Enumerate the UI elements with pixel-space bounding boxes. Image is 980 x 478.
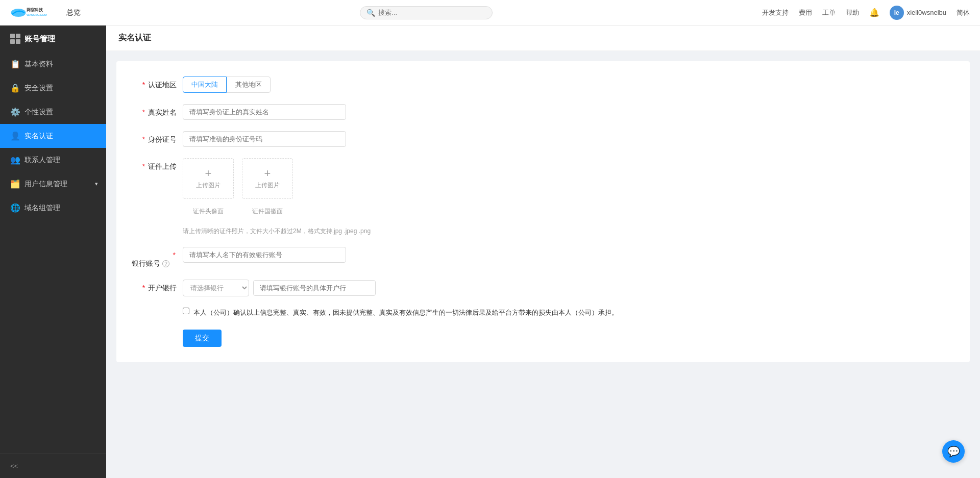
info-icon[interactable]: ? bbox=[162, 260, 169, 267]
sidebar-item-domain-group[interactable]: 🌐 域名组管理 bbox=[0, 196, 106, 220]
agreement-row: 本人（公司）确认以上信息完整、真实、有效，因未提供完整、真实及有效信息产生的一切… bbox=[183, 308, 954, 318]
profile-icon: 📋 bbox=[10, 59, 20, 69]
upload-area: + 上传图片 + 上传图片 证件头像面 证件国徽面 请上 bbox=[183, 158, 954, 236]
bank-account-content bbox=[183, 247, 954, 263]
dev-support-link[interactable]: 开发支持 bbox=[762, 8, 789, 17]
contacts-icon: 👥 bbox=[10, 155, 20, 165]
search-area: 🔍 bbox=[91, 6, 762, 19]
submit-area: 提交 bbox=[132, 330, 954, 347]
upload-front-label: 上传图片 bbox=[196, 181, 220, 190]
upload-boxes: + 上传图片 + 上传图片 bbox=[183, 158, 954, 199]
required-marker: * bbox=[142, 284, 145, 292]
bank-account-row: * 银行账号 ? bbox=[132, 247, 954, 268]
sidebar-item-label: 基本资料 bbox=[24, 60, 53, 69]
user-icon: 👤 bbox=[10, 131, 20, 141]
sidebar-item-basic-profile[interactable]: 📋 基本资料 bbox=[0, 52, 106, 76]
svg-text:WANGSU.COM: WANGSU.COM bbox=[27, 13, 47, 16]
required-marker: * bbox=[142, 135, 145, 143]
notification-bell-icon[interactable]: 🔔 bbox=[869, 8, 879, 17]
submit-button[interactable]: 提交 bbox=[183, 330, 222, 347]
avatar: Ie bbox=[890, 6, 904, 20]
grid-icon bbox=[10, 34, 20, 44]
required-marker: * bbox=[173, 251, 176, 259]
sidebar-item-label: 域名组管理 bbox=[24, 204, 60, 213]
logo-icon: 网宿科技 WANGSU.COM bbox=[10, 5, 51, 21]
plus-icon: + bbox=[205, 168, 212, 179]
upload-front-box[interactable]: + 上传图片 bbox=[183, 158, 234, 199]
billing-link[interactable]: 费用 bbox=[799, 8, 812, 17]
help-link[interactable]: 帮助 bbox=[846, 8, 859, 17]
sidebar: 账号管理 📋 基本资料 🔒 安全设置 ⚙️ 个性设置 👤 实名认证 👥 联系人管… bbox=[0, 26, 106, 478]
settings-icon: ⚙️ bbox=[10, 107, 20, 117]
bank-name-row: * 开户银行 请选择银行 bbox=[132, 280, 954, 296]
sidebar-item-contacts[interactable]: 👥 联系人管理 bbox=[0, 148, 106, 172]
security-icon: 🔒 bbox=[10, 83, 20, 93]
bank-name-content: 请选择银行 bbox=[183, 280, 954, 296]
bank-row: 请选择银行 bbox=[183, 280, 954, 296]
real-name-label: * 真实姓名 bbox=[132, 104, 183, 117]
sidebar-item-real-name[interactable]: 👤 实名认证 bbox=[0, 124, 106, 148]
bank-account-input[interactable] bbox=[183, 247, 346, 263]
cert-front-caption: 证件头像面 bbox=[183, 207, 234, 216]
agreement-checkbox[interactable] bbox=[183, 308, 189, 314]
sidebar-item-label: 安全设置 bbox=[24, 84, 53, 93]
bank-detail-input[interactable] bbox=[253, 280, 376, 296]
sidebar-section-title: 账号管理 bbox=[24, 34, 55, 44]
sidebar-item-user-info[interactable]: 🗂️ 用户信息管理 ▾ bbox=[0, 172, 106, 196]
sidebar-item-label: 用户信息管理 bbox=[24, 180, 67, 189]
page-title: 实名认证 bbox=[106, 26, 980, 51]
plus-icon: + bbox=[264, 168, 271, 179]
workorder-link[interactable]: 工单 bbox=[822, 8, 836, 17]
bank-name-label: * 开户银行 bbox=[132, 280, 183, 293]
cert-back-caption: 证件国徽面 bbox=[242, 207, 293, 216]
upload-hint: 请上传清晰的证件照片，文件大小不超过2M，格式支持.jpg .jpeg .png bbox=[183, 227, 954, 236]
svg-text:网宿科技: 网宿科技 bbox=[27, 7, 43, 12]
content-area: 实名认证 * 认证地区 中国大陆 其他地区 * 真实 bbox=[106, 26, 980, 478]
real-name-row: * 真实姓名 bbox=[132, 104, 954, 120]
sidebar-item-label: 实名认证 bbox=[24, 132, 53, 141]
region-buttons: 中国大陆 其他地区 bbox=[183, 77, 954, 93]
real-name-input[interactable] bbox=[183, 104, 346, 120]
cert-upload-label: * 证件上传 bbox=[132, 158, 183, 171]
required-marker: * bbox=[142, 108, 145, 116]
lang-switcher[interactable]: 简体 bbox=[957, 8, 970, 17]
region-row: * 认证地区 中国大陆 其他地区 bbox=[132, 77, 954, 93]
region-content: 中国大陆 其他地区 bbox=[183, 77, 954, 93]
sidebar-item-personalization[interactable]: ⚙️ 个性设置 bbox=[0, 100, 106, 124]
bank-account-label: * 银行账号 ? bbox=[132, 247, 183, 268]
form-card: * 认证地区 中国大陆 其他地区 * 真实姓名 bbox=[116, 61, 970, 362]
sidebar-item-label: 个性设置 bbox=[24, 108, 53, 117]
region-label: * 认证地区 bbox=[132, 77, 183, 90]
logo-area[interactable]: 网宿科技 WANGSU.COM bbox=[10, 5, 51, 21]
cert-upload-row: * 证件上传 + 上传图片 + 上传图片 bbox=[132, 158, 954, 236]
required-marker: * bbox=[142, 81, 145, 89]
nav-overview[interactable]: 总览 bbox=[66, 8, 81, 17]
sidebar-item-label: 联系人管理 bbox=[24, 156, 60, 165]
chat-icon: 💬 bbox=[947, 445, 960, 458]
domain-icon: 🌐 bbox=[10, 203, 20, 213]
userinfo-icon: 🗂️ bbox=[10, 179, 20, 189]
upload-back-box[interactable]: + 上传图片 bbox=[242, 158, 293, 199]
upload-back-label: 上传图片 bbox=[255, 181, 280, 190]
bank-select[interactable]: 请选择银行 bbox=[183, 280, 249, 296]
id-number-input[interactable] bbox=[183, 131, 346, 147]
sidebar-header: 账号管理 bbox=[0, 26, 106, 52]
top-navigation: 网宿科技 WANGSU.COM 总览 🔍 开发支持 费用 工单 帮助 🔔 Ie … bbox=[0, 0, 980, 26]
real-name-content bbox=[183, 104, 954, 120]
region-other-button[interactable]: 其他地区 bbox=[227, 77, 271, 93]
region-mainland-button[interactable]: 中国大陆 bbox=[183, 77, 227, 93]
search-input[interactable] bbox=[378, 9, 480, 16]
sidebar-collapse-button[interactable]: << bbox=[0, 454, 106, 478]
chat-button[interactable]: 💬 bbox=[942, 440, 965, 463]
required-marker: * bbox=[142, 162, 145, 170]
expand-arrow-icon: ▾ bbox=[95, 181, 98, 187]
sidebar-item-security[interactable]: 🔒 安全设置 bbox=[0, 76, 106, 100]
username-label: xiell0wsneibu bbox=[907, 9, 946, 16]
cert-upload-content: + 上传图片 + 上传图片 证件头像面 证件国徽面 请上 bbox=[183, 158, 954, 236]
main-layout: 账号管理 📋 基本资料 🔒 安全设置 ⚙️ 个性设置 👤 实名认证 👥 联系人管… bbox=[0, 26, 980, 478]
sidebar-menu: 📋 基本资料 🔒 安全设置 ⚙️ 个性设置 👤 实名认证 👥 联系人管理 🗂️ bbox=[0, 52, 106, 454]
bank-label-extra: 银行账号 ? bbox=[132, 259, 177, 268]
search-box: 🔍 bbox=[360, 6, 493, 19]
upload-captions: 证件头像面 证件国徽面 bbox=[183, 207, 954, 216]
user-info[interactable]: Ie xiell0wsneibu bbox=[890, 6, 946, 20]
